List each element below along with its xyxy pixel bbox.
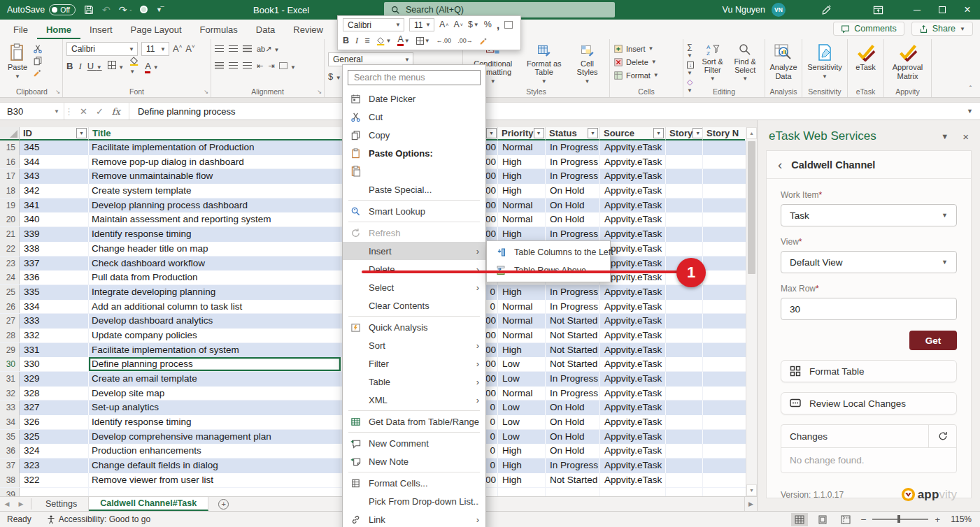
- cell-story[interactable]: [666, 242, 703, 256]
- cell-status[interactable]: On Hold: [546, 444, 600, 458]
- page-layout-view-icon[interactable]: [814, 513, 831, 526]
- cell-title[interactable]: Update company policies: [89, 329, 341, 342]
- cell-source[interactable]: [600, 488, 666, 497]
- cell-story-n[interactable]: [703, 314, 745, 329]
- align-right-icon[interactable]: [243, 62, 252, 69]
- row-number[interactable]: 25: [0, 285, 20, 300]
- customize-qat-icon[interactable]: ▼̅: [156, 7, 162, 13]
- menu-item-pick-from-drop-down-list[interactable]: Pick From Drop-down List...: [343, 492, 485, 510]
- ribbon-tab-insert[interactable]: Insert: [80, 22, 122, 39]
- cell-status[interactable]: Not Started: [546, 357, 600, 371]
- sheet-nav-right-icon[interactable]: ▶: [14, 497, 28, 511]
- font-size-select[interactable]: 11▼: [141, 42, 169, 56]
- cell-source[interactable]: Appvity.eTask: [600, 300, 666, 314]
- format-painter-icon[interactable]: [33, 68, 43, 78]
- cell-story[interactable]: [666, 400, 703, 415]
- cell-story[interactable]: [666, 357, 703, 371]
- hscroll-right-icon[interactable]: ▶: [744, 497, 757, 511]
- cell-source[interactable]: Appvity.eTask: [600, 198, 666, 213]
- mini-grow-font-icon[interactable]: A˄: [439, 20, 448, 29]
- mini-format-painter-icon[interactable]: [479, 36, 488, 45]
- cell-source[interactable]: Appvity.eTask: [600, 212, 666, 226]
- user-name[interactable]: Vu Nguyen: [723, 5, 765, 15]
- row-number[interactable]: 20: [0, 212, 20, 226]
- cell-priority[interactable]: [498, 488, 546, 497]
- cell-num[interactable]: 00: [485, 473, 498, 487]
- cell-story-n[interactable]: [703, 270, 745, 284]
- menu-item-date-picker[interactable]: Date Picker: [343, 89, 485, 108]
- cell-id[interactable]: 325: [20, 430, 89, 445]
- cell-id[interactable]: 331: [20, 343, 89, 358]
- format-cells-button[interactable]: Format▼: [613, 68, 679, 82]
- row-number[interactable]: 16: [0, 155, 20, 169]
- cell-title[interactable]: Develop planning process dashboard: [89, 198, 341, 213]
- cell-story-n[interactable]: [703, 372, 745, 387]
- cell-source[interactable]: Appvity.eTask: [600, 372, 666, 387]
- cell-story[interactable]: [666, 444, 703, 458]
- cell-title[interactable]: Create an email template: [89, 372, 341, 387]
- delete-cells-button[interactable]: Delete▼: [613, 55, 679, 68]
- cell-story-n[interactable]: [703, 155, 745, 169]
- cell-status[interactable]: [546, 488, 600, 497]
- cell-status[interactable]: On Hold: [546, 184, 600, 198]
- cell-num[interactable]: 00: [485, 184, 498, 198]
- cell-priority[interactable]: High: [498, 444, 546, 458]
- filter-dropdown-icon[interactable]: ▼: [693, 128, 703, 138]
- cell-story-n[interactable]: [703, 415, 745, 429]
- cell-story-n[interactable]: [703, 140, 745, 155]
- cell-title[interactable]: Develop dashboard analytics: [89, 314, 341, 329]
- row-number[interactable]: 19: [0, 198, 20, 213]
- cell-story-n[interactable]: [703, 357, 745, 371]
- cell-story[interactable]: [666, 169, 703, 184]
- cell-source[interactable]: Appvity.eTask: [600, 400, 666, 415]
- cell-source[interactable]: Appvity.eTask: [600, 140, 666, 155]
- normal-view-icon[interactable]: [791, 513, 808, 526]
- clipboard-dialog-launcher-icon[interactable]: ↘: [55, 89, 60, 95]
- menu-item-paste-option[interactable]: [343, 162, 485, 180]
- cell-num[interactable]: 00: [485, 198, 498, 213]
- cell-story[interactable]: [666, 488, 703, 497]
- cell-priority[interactable]: High: [498, 227, 546, 242]
- column-header-story[interactable]: Story▼: [666, 127, 703, 140]
- cell-source[interactable]: Appvity.eTask: [600, 314, 666, 329]
- cell-priority[interactable]: Low: [498, 357, 546, 371]
- vertical-scrollbar[interactable]: ▲ ▼: [746, 127, 757, 496]
- cell-status[interactable]: In Progress: [546, 459, 600, 473]
- sheet-tab-caldwell-channel-task[interactable]: Caldwell Channel#Task: [89, 497, 208, 511]
- grow-font-icon[interactable]: A˄: [173, 44, 182, 53]
- column-header-source[interactable]: Source▼: [600, 127, 666, 140]
- cell-story-n[interactable]: [703, 184, 745, 198]
- mini-italic-button[interactable]: I: [355, 36, 358, 45]
- menu-item-smart-lookup[interactable]: Smart Lookup: [343, 202, 485, 220]
- menu-item-table[interactable]: Table›: [343, 373, 485, 391]
- task-pane-options-icon[interactable]: ▼: [941, 132, 949, 140]
- cell-id[interactable]: 345: [20, 140, 89, 155]
- cell-status[interactable]: In Progress: [546, 227, 600, 242]
- draw-pen-icon[interactable]: [812, 0, 840, 20]
- sensitivity-button[interactable]: Sensitivity▼: [806, 42, 844, 81]
- filter-dropdown-icon[interactable]: ▼: [76, 128, 87, 138]
- cancel-formula-icon[interactable]: ✕: [80, 106, 87, 117]
- view-select[interactable]: Default View▼: [781, 251, 957, 273]
- ribbon-tab-review[interactable]: Review: [284, 22, 332, 39]
- cell-source[interactable]: Appvity.eTask: [600, 459, 666, 473]
- align-bottom-icon[interactable]: [243, 45, 252, 52]
- cell-story[interactable]: [666, 155, 703, 169]
- vertical-scrollbar-thumb[interactable]: [748, 141, 755, 274]
- column-header-story-n[interactable]: Story N: [703, 127, 745, 140]
- cell-title[interactable]: Set-up analytics: [89, 400, 341, 415]
- cell-num[interactable]: 00: [485, 169, 498, 184]
- cell-num[interactable]: 0: [485, 459, 498, 473]
- cell-title[interactable]: Develop site map: [89, 387, 341, 400]
- mini-decrease-decimal-icon[interactable]: ←.00: [436, 38, 452, 44]
- cell-status[interactable]: On Hold: [546, 198, 600, 213]
- cell-id[interactable]: 337: [20, 257, 89, 271]
- cell-title[interactable]: Remove viewer from user list: [89, 473, 341, 487]
- row-number[interactable]: 27: [0, 314, 20, 329]
- cell-title[interactable]: Define planning process: [89, 357, 341, 371]
- cell-story-n[interactable]: [703, 329, 745, 342]
- cell-story-n[interactable]: [703, 473, 745, 487]
- comments-button[interactable]: Comments: [833, 22, 904, 36]
- cell-id[interactable]: 329: [20, 372, 89, 387]
- row-number[interactable]: 37: [0, 459, 20, 473]
